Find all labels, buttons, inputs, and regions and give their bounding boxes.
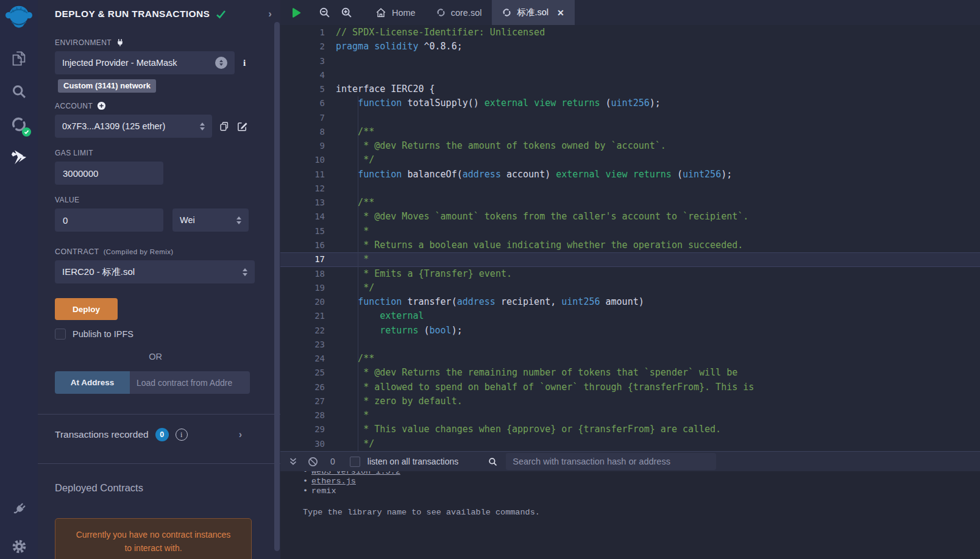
editor-line[interactable]: 4 — [280, 68, 980, 82]
editor-line[interactable]: 3 — [280, 54, 980, 68]
line-number[interactable]: 16 — [280, 238, 325, 252]
line-number[interactable]: 25 — [280, 366, 325, 380]
editor-line[interactable]: 5interface IERC20 { — [280, 82, 980, 96]
deploy-run-icon[interactable] — [9, 147, 29, 168]
editor-line[interactable]: 9 * @dev Returns the amount of tokens ow… — [280, 139, 980, 153]
line-number[interactable]: 21 — [280, 309, 325, 323]
line-number[interactable]: 9 — [280, 139, 325, 153]
line-number[interactable]: 30 — [280, 437, 325, 451]
editor-line[interactable]: 14 * @dev Moves `amount` tokens from the… — [280, 210, 980, 224]
gas-limit-input[interactable] — [55, 162, 163, 185]
line-number[interactable]: 23 — [280, 338, 325, 352]
at-address-button[interactable]: At Address — [55, 371, 130, 394]
line-number[interactable]: 27 — [280, 394, 325, 408]
contract-select[interactable]: IERC20 - 标准.sol — [55, 260, 255, 283]
line-number[interactable]: 17 — [280, 252, 325, 266]
line-number[interactable]: 26 — [280, 380, 325, 394]
line-number[interactable]: 7 — [280, 111, 325, 125]
editor-line[interactable]: 25 * @dev Returns the remaining number o… — [280, 366, 980, 380]
editor-line[interactable]: 27 * zero by default. — [280, 394, 980, 408]
terminal-search-input[interactable] — [506, 453, 716, 470]
editor-line[interactable]: 24 /** — [280, 352, 980, 366]
environment-select[interactable]: Injected Provider - MetaMask — [55, 51, 235, 74]
line-number[interactable]: 20 — [280, 295, 325, 309]
deploy-button[interactable]: Deploy — [55, 298, 118, 320]
line-number[interactable]: 29 — [280, 422, 325, 436]
publish-ipfs-checkbox[interactable] — [55, 329, 66, 340]
transactions-info-icon[interactable]: i — [176, 429, 188, 441]
at-address-input[interactable] — [130, 371, 250, 394]
panel-expand-chevron-icon[interactable]: › — [268, 8, 272, 20]
code-line: /** — [336, 196, 374, 210]
zoom-in-button[interactable] — [340, 6, 353, 19]
editor-line[interactable]: 1// SPDX-License-Identifier: Unlicensed — [280, 26, 980, 40]
add-account-plus-icon[interactable] — [97, 101, 106, 110]
editor-line[interactable]: 20 function transfer(address recipient, … — [280, 295, 980, 309]
close-tab-icon[interactable]: ✕ — [557, 8, 564, 18]
edit-account-icon[interactable] — [236, 121, 248, 132]
editor-line[interactable]: 12 — [280, 182, 980, 196]
listen-transactions-checkbox[interactable] — [350, 457, 360, 467]
run-script-play-button[interactable] — [290, 7, 302, 19]
line-number[interactable]: 13 — [280, 196, 325, 210]
line-number[interactable]: 3 — [280, 54, 325, 68]
ethers-js-link[interactable]: ethers.js — [311, 477, 356, 486]
file-explorer-icon[interactable] — [9, 48, 29, 69]
editor-line[interactable]: 26 * allowed to spend on behalf of `owne… — [280, 380, 980, 394]
line-number[interactable]: 6 — [280, 96, 325, 110]
transactions-expand-chevron-icon[interactable]: › — [239, 429, 242, 440]
web3-version-link[interactable]: web3 version 1.5.2 — [311, 471, 400, 476]
line-number[interactable]: 22 — [280, 324, 325, 338]
tab-core-sol[interactable]: core.sol — [426, 0, 492, 25]
line-number[interactable]: 2 — [280, 40, 325, 54]
panel-scrollbar[interactable] — [274, 22, 280, 551]
editor-line[interactable]: 10 */ — [280, 153, 980, 167]
line-number[interactable]: 4 — [280, 68, 325, 82]
line-number[interactable]: 12 — [280, 182, 325, 196]
editor-line[interactable]: 21 external — [280, 309, 980, 323]
line-number[interactable]: 11 — [280, 168, 325, 182]
line-number[interactable]: 18 — [280, 267, 325, 281]
zoom-out-button[interactable] — [318, 6, 331, 19]
editor-line[interactable]: 30 */ — [280, 437, 980, 451]
value-input[interactable] — [55, 208, 163, 232]
editor-line[interactable]: 29 * This value changes when {approve} o… — [280, 422, 980, 436]
tab-home[interactable]: Home — [365, 0, 426, 25]
editor-line[interactable]: 23 — [280, 338, 980, 352]
solidity-compiler-icon[interactable] — [9, 114, 29, 135]
editor-line[interactable]: 19 */ — [280, 281, 980, 295]
editor-line[interactable]: 2pragma solidity ^0.8.6; — [280, 40, 980, 54]
editor-line[interactable]: 22 returns (bool); — [280, 324, 980, 338]
line-number[interactable]: 15 — [280, 224, 325, 238]
line-number[interactable]: 1 — [280, 26, 325, 40]
line-number[interactable]: 10 — [280, 153, 325, 167]
editor-line[interactable]: 7 — [280, 111, 980, 125]
line-number[interactable]: 14 — [280, 210, 325, 224]
line-number[interactable]: 8 — [280, 125, 325, 139]
editor-line[interactable]: 17 * — [280, 252, 980, 266]
editor-line[interactable]: 13 /** — [280, 196, 980, 210]
editor-line[interactable]: 28 * — [280, 408, 980, 422]
search-icon[interactable] — [9, 81, 29, 102]
editor-line[interactable]: 18 * Emits a {Transfer} event. — [280, 267, 980, 281]
code-editor[interactable]: 1// SPDX-License-Identifier: Unlicensed2… — [280, 25, 980, 451]
line-number[interactable]: 5 — [280, 82, 325, 96]
line-number[interactable]: 19 — [280, 281, 325, 295]
line-number[interactable]: 24 — [280, 352, 325, 366]
environment-info-icon[interactable]: i — [243, 58, 246, 68]
clear-console-icon[interactable] — [308, 457, 318, 467]
editor-line[interactable]: 8 /** — [280, 125, 980, 139]
remix-logo-icon[interactable] — [4, 3, 34, 30]
line-number[interactable]: 28 — [280, 408, 325, 422]
editor-line[interactable]: 6 function totalSupply() external view r… — [280, 96, 980, 110]
account-select[interactable]: 0x7F3...A1309 (125 ether) — [55, 115, 212, 138]
plugin-manager-plug-icon[interactable] — [9, 499, 29, 520]
editor-line[interactable]: 16 * Returns a boolean value indicating … — [280, 238, 980, 252]
tab-biaozhun-sol[interactable]: 标准.sol ✕ — [492, 0, 574, 25]
copy-account-icon[interactable] — [219, 121, 230, 132]
editor-line[interactable]: 11 function balanceOf(address account) e… — [280, 168, 980, 182]
editor-line[interactable]: 15 * — [280, 224, 980, 238]
value-unit-select[interactable]: Wei — [172, 208, 249, 232]
expand-terminal-icon[interactable] — [288, 457, 298, 466]
settings-gear-icon[interactable] — [9, 536, 29, 557]
